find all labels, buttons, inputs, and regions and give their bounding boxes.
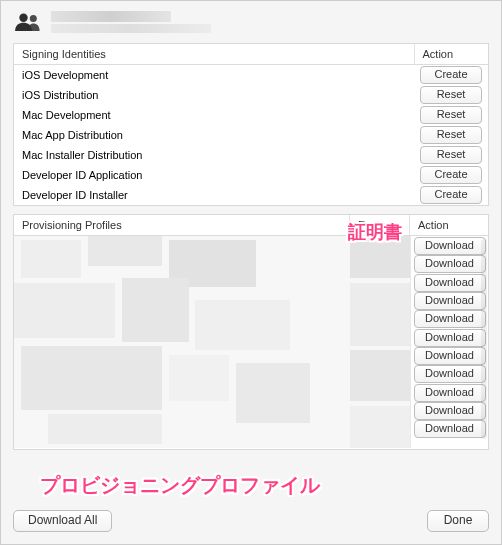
download-button[interactable]: Download — [414, 384, 486, 402]
list-item: Download — [413, 402, 486, 420]
download-button[interactable]: Download — [414, 292, 486, 310]
download-button[interactable]: Download — [414, 420, 486, 438]
scrollbar[interactable] — [481, 239, 487, 439]
download-button[interactable]: Download — [414, 237, 486, 255]
provisioning-header-name: Provisioning Profiles — [14, 215, 350, 235]
provisioning-header-action: Action — [410, 215, 488, 235]
table-row: iOS DevelopmentCreate — [14, 65, 488, 86]
download-button[interactable]: Download — [414, 310, 486, 328]
signing-identity-name: Developer ID Installer — [14, 185, 414, 205]
table-row: iOS DistributionReset — [14, 85, 488, 105]
signing-identities-panel: Signing Identities Action iOS Developmen… — [13, 43, 489, 206]
create-button[interactable]: Create — [420, 166, 482, 184]
table-row: Mac App DistributionReset — [14, 125, 488, 145]
table-row: Mac DevelopmentReset — [14, 105, 488, 125]
provisioning-expires-area — [350, 236, 410, 448]
svg-point-1 — [30, 15, 37, 22]
signing-action-cell: Reset — [414, 145, 488, 165]
reset-button[interactable]: Reset — [420, 106, 482, 124]
signing-header-identity: Signing Identities — [14, 44, 414, 65]
list-item: Download — [413, 292, 486, 310]
account-name — [51, 11, 171, 22]
table-row: Developer ID InstallerCreate — [14, 185, 488, 205]
account-header — [1, 1, 501, 41]
list-item: Download — [413, 255, 486, 273]
signing-action-cell: Reset — [414, 125, 488, 145]
list-item: Download — [413, 274, 486, 292]
provisioning-profiles-panel: Provisioning Profiles Expires Action — [13, 214, 489, 450]
list-item: Download — [413, 365, 486, 383]
create-button[interactable]: Create — [420, 66, 482, 84]
signing-identity-name: iOS Distribution — [14, 85, 414, 105]
download-button[interactable]: Download — [414, 402, 486, 420]
done-button[interactable]: Done — [427, 510, 489, 532]
signing-action-cell: Create — [414, 65, 488, 86]
reset-button[interactable]: Reset — [420, 86, 482, 104]
download-button[interactable]: Download — [414, 274, 486, 292]
list-item: Download — [413, 383, 486, 401]
signing-action-cell: Create — [414, 165, 488, 185]
download-all-button[interactable]: Download All — [13, 510, 112, 532]
list-item: Download — [413, 420, 486, 438]
signing-action-cell: Reset — [414, 105, 488, 125]
reset-button[interactable]: Reset — [420, 126, 482, 144]
provisioning-names-area — [14, 236, 350, 448]
signing-header-action: Action — [414, 44, 488, 65]
signing-action-cell: Create — [414, 185, 488, 205]
list-item: Download — [413, 237, 486, 255]
download-button[interactable]: Download — [414, 329, 486, 347]
download-button[interactable]: Download — [414, 365, 486, 383]
account-email — [51, 24, 211, 33]
create-button[interactable]: Create — [420, 186, 482, 204]
download-button[interactable]: Download — [414, 255, 486, 273]
signing-identity-name: Mac App Distribution — [14, 125, 414, 145]
signing-identity-name: Mac Development — [14, 105, 414, 125]
table-row: Mac Installer DistributionReset — [14, 145, 488, 165]
team-icon — [13, 11, 41, 33]
list-item: Download — [413, 347, 486, 365]
table-row: Developer ID ApplicationCreate — [14, 165, 488, 185]
signing-identity-name: iOS Development — [14, 65, 414, 86]
signing-identity-name: Developer ID Application — [14, 165, 414, 185]
signing-action-cell: Reset — [414, 85, 488, 105]
signing-identity-name: Mac Installer Distribution — [14, 145, 414, 165]
download-button[interactable]: Download — [414, 347, 486, 365]
svg-point-0 — [19, 14, 27, 22]
list-item: Download — [413, 310, 486, 328]
reset-button[interactable]: Reset — [420, 146, 482, 164]
provisioning-header-expires: Expires — [350, 215, 410, 235]
list-item: Download — [413, 328, 486, 346]
